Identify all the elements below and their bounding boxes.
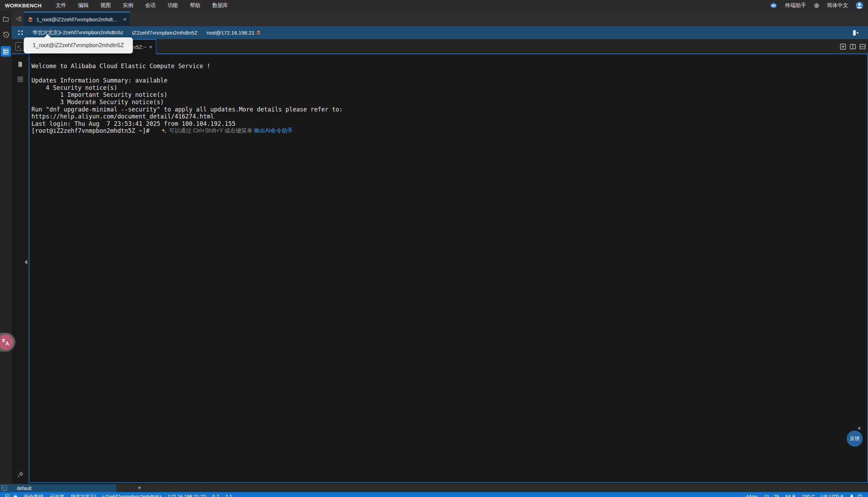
tab-session-1[interactable]: 1_root@iZ2zehf7vnmpbon2mhdt... × — [24, 12, 130, 26]
status-item[interactable]: 2.1 — [225, 494, 232, 497]
status-right-icons — [849, 494, 862, 497]
shell-prompt: [root@iZ2zehf7vnmpbon2mhdtn5Z ~]# — [31, 127, 160, 135]
terminal-line — [31, 70, 865, 77]
terminal-line: 1 Important Security notice(s) — [31, 91, 865, 99]
menu-right: 终端助手 ⊕ 简体中文 — [770, 2, 863, 9]
terminal-tab-bar: >_ 2. root@iZ2zehf7vnmpbon2mhdtn5Z:~ × — [12, 39, 868, 54]
status-left-items: 安全终端已连接华北2(北京)i-2zehf7vnmpbon2mhdtn5z172… — [24, 494, 232, 497]
terminal-line: Updates Information Summary: available — [31, 77, 865, 84]
files-icon[interactable] — [0, 16, 12, 22]
terminal-assistant-label[interactable]: 终端助手 — [785, 2, 806, 9]
pin-icon[interactable] — [12, 471, 29, 478]
terminal-box-icon: >_ — [1, 485, 7, 491]
instances-icon[interactable] — [1, 46, 11, 57]
disconnect-icon[interactable] — [852, 29, 859, 36]
split-horizontal-icon[interactable] — [859, 43, 866, 50]
status-item[interactable]: 64 B — [785, 494, 796, 497]
menu-item[interactable]: 编辑 — [78, 2, 88, 9]
new-terminal-icon[interactable] — [839, 43, 847, 50]
status-item[interactable]: 44ms — [746, 494, 758, 497]
collapse-panel-icon[interactable] — [23, 257, 29, 267]
help-icon[interactable] — [858, 494, 862, 497]
status-item[interactable]: US UTF-8 — [821, 494, 843, 497]
main-menu: 文件编辑视图实例会话功能帮助数据库 — [56, 2, 228, 9]
pane-actions — [839, 43, 866, 50]
menu-bar: WORKBENCH 文件编辑视图实例会话功能帮助数据库 终端助手 ⊕ 简体中文 — [0, 0, 868, 11]
status-item[interactable]: 华北2(北京) — [71, 494, 96, 497]
terminal-tab-close-icon[interactable]: × — [149, 44, 152, 50]
bottom-tab-bar: >_ default + — [0, 484, 868, 492]
terminal-line: https://help.aliyun.com/document_detail/… — [31, 113, 865, 120]
status-item[interactable]: 已连接 — [50, 494, 64, 497]
bell-icon[interactable] — [849, 494, 854, 497]
tab-list-icon[interactable] — [14, 14, 23, 23]
status-left-icons — [5, 494, 17, 497]
globe-plus-icon[interactable]: ⊕ — [814, 2, 819, 9]
translate-icon — [0, 334, 13, 350]
terminal-prompt-line: [root@iZ2zehf7vnmpbon2mhdtn5Z ~]# 可以通过 C… — [31, 127, 865, 135]
split-vertical-icon[interactable] — [849, 43, 856, 50]
terminal-line: Welcome to Alibaba Cloud Elastic Compute… — [31, 63, 865, 70]
activity-bar — [0, 11, 12, 484]
feedback-label: 反馈 — [850, 435, 860, 442]
editor-tab-bar: 1_root@iZ2zehf7vnmpbon2mhdt... × — [12, 11, 868, 26]
terminal-assistant-icon[interactable] — [770, 2, 777, 9]
ai-assistant-link[interactable]: 唤出AI命令助手 — [254, 127, 293, 135]
status-item[interactable]: 11 · 25 — [764, 494, 779, 497]
history-icon[interactable] — [0, 31, 12, 38]
terminal-line: 3 Moderate Security notice(s) — [31, 99, 865, 106]
terminal-line: 4 Security notice(s) — [31, 84, 865, 92]
menu-item[interactable]: 文件 — [56, 2, 66, 9]
menu-item[interactable]: 会话 — [145, 2, 156, 9]
language-switcher[interactable]: 简体中文 — [827, 2, 848, 9]
status-bar: 安全终端已连接华北2(北京)i-2zehf7vnmpbon2mhdtn5z172… — [0, 492, 868, 497]
ai-hint-text: 可以通过 Ctrl+Shift+Y 或右键菜单 — [169, 127, 254, 135]
menu-item[interactable]: 帮助 — [190, 2, 200, 9]
secondary-sidebar — [12, 54, 29, 484]
tab-label: 1_root@iZ2zehf7vnmpbon2mhdt... — [36, 16, 120, 22]
menu-item[interactable]: 实例 — [123, 2, 133, 9]
tooltip-text: 1_root@iZ2zehf7vnmpbon2mhdtn5Z — [33, 42, 124, 49]
file-transfer-icon[interactable] — [12, 60, 29, 68]
status-right-items: 44ms11 · 2564 B230 CUS UTF-8 — [746, 494, 843, 497]
default-tab-label: default — [17, 485, 31, 491]
terminal[interactable]: Welcome to Alibaba Cloud Elastic Compute… — [29, 54, 868, 483]
status-item[interactable]: 230 C — [802, 494, 815, 497]
status-item[interactable]: 0.7 — [212, 494, 219, 497]
ecs-instance-icon — [256, 30, 261, 35]
tab-close-icon[interactable]: × — [123, 16, 127, 22]
app-brand: WORKBENCH — [5, 2, 42, 8]
tab-tooltip: 1_root@iZ2zehf7vnmpbon2mhdtn5Z — [24, 37, 133, 53]
hostname-label: iZ2zehf7vnmpbon2mhdtn5Z — [132, 30, 198, 36]
tooltip-arrow — [44, 34, 51, 38]
terminal-line: Run "dnf upgrade-minimal --security" to … — [31, 106, 865, 113]
user-host-label: root@172.16.198.21 — [207, 30, 254, 36]
menu-item[interactable]: 数据库 — [212, 2, 228, 9]
status-item[interactable]: i-2zehf7vnmpbon2mhdtn5z — [102, 494, 162, 497]
status-item[interactable]: 安全终端 — [24, 494, 43, 497]
lock-icon — [13, 494, 17, 497]
user-avatar[interactable] — [856, 2, 863, 9]
menu-item[interactable]: 功能 — [167, 2, 178, 9]
feedback-close-icon[interactable]: × — [858, 425, 861, 432]
ecs-instance-icon — [27, 16, 34, 23]
session-bar: 华北2(北京)i-2zehf7vnmpbon2mhdtn5z iZ2zehf7v… — [12, 26, 868, 39]
terminal-mini-icon — [5, 494, 10, 497]
add-terminal-icon[interactable]: + — [136, 484, 143, 492]
tab-default-terminal[interactable]: >_ default — [0, 484, 116, 492]
fullscreen-icon[interactable] — [17, 30, 23, 36]
terminal-sessions-icon[interactable]: >_ — [15, 42, 24, 51]
apps-grid-icon[interactable] — [12, 76, 29, 82]
terminal-line: Last login: Thu Aug 7 23:53:41 2025 from… — [31, 120, 865, 128]
feedback-button[interactable]: 反馈 — [847, 431, 863, 447]
user-host: root@172.16.198.21 — [207, 30, 261, 36]
menu-item[interactable]: 视图 — [100, 2, 111, 9]
sparkle-icon — [161, 128, 167, 134]
status-item[interactable]: 172.16.198.21:22 — [168, 494, 206, 497]
